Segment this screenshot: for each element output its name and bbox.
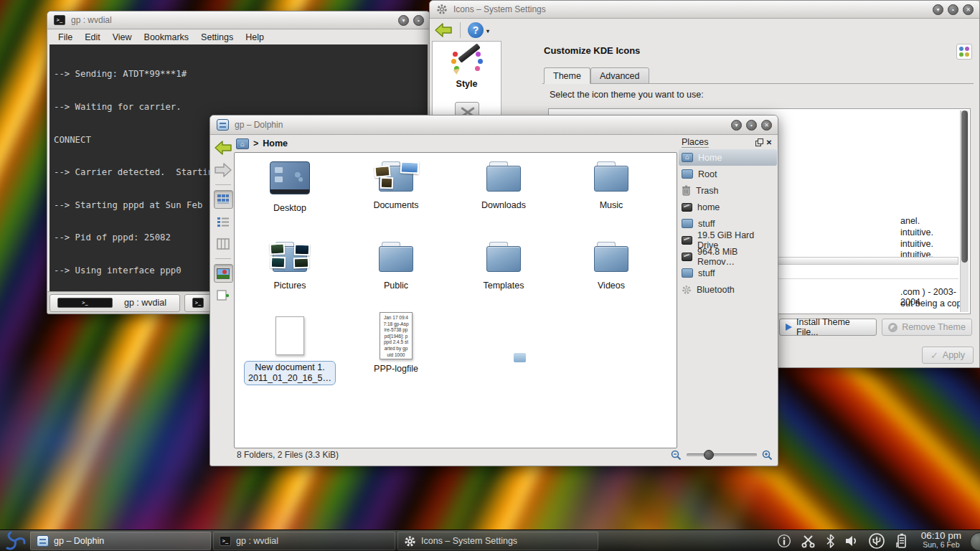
file-item-templates[interactable]: Templates [457,242,550,291]
info-icon[interactable] [777,534,791,548]
terminal-icon: >_ [57,298,113,308]
float-panel-icon[interactable] [754,137,764,147]
menu-edit[interactable]: Edit [85,32,100,42]
file-label: Downloads [481,200,526,210]
sidebar-item-style[interactable]: Style [433,42,501,89]
klipper-scissors-icon[interactable] [801,534,816,548]
clock[interactable]: 06:10 pm Sun, 6 Feb [921,531,961,550]
drag-ghost-artifact [514,353,526,362]
dolphin-toolbar [212,136,234,463]
back-button[interactable] [434,22,453,38]
help-glyph: ? [473,24,479,36]
forward-button[interactable] [214,161,233,179]
no-entry-icon [888,323,897,332]
menu-settings[interactable]: Settings [201,32,233,42]
scrollbar-thumb[interactable] [961,110,968,263]
zoom-out-icon[interactable] [671,450,682,461]
install-arrow-icon [786,324,792,331]
terminal-tab-label: gp : wvdial [118,298,172,308]
file-item-documents[interactable]: Documents [349,161,443,210]
sidebar-item-label: Style [456,79,478,89]
remove-theme-label: Remove Theme [902,322,966,332]
preview-button[interactable] [214,264,233,283]
file-label: Desktop [273,203,306,213]
file-label: Music [600,200,623,210]
file-item-downloads[interactable]: Downloads [457,161,550,210]
theme-list-fragment: anel. [900,216,920,226]
zoom-slider-knob[interactable] [704,450,714,460]
settings-toolbar: ? ▾ [430,19,979,41]
breadcrumb-home[interactable]: Home [263,138,288,149]
dolphin-titlebar[interactable]: gp – Dolphin [210,116,778,135]
minimize-button[interactable]: ▾ [731,120,742,131]
minimize-button[interactable]: ▾ [933,4,943,15]
task-system-settings[interactable]: Icons – System Settings [397,532,598,550]
scrollbar[interactable] [960,110,969,312]
remove-theme-button[interactable]: Remove Theme [882,319,972,336]
apply-label: Apply [943,350,965,360]
tab-advanced[interactable]: Advanced [590,67,649,84]
tab-theme[interactable]: Theme [544,67,590,84]
help-button[interactable]: ? ▾ [468,22,484,38]
usb-device-icon[interactable] [868,532,885,550]
close-button[interactable]: ✕ [963,4,974,15]
dolphin-file-view[interactable]: Desktop Documents Downloads Music [234,152,677,448]
menu-help[interactable]: Help [245,32,264,42]
file-item-desktop[interactable]: Desktop [243,161,336,213]
zoom-slider[interactable] [687,453,757,456]
details-view-button[interactable] [214,212,233,231]
place-bluetooth[interactable]: Bluetooth [679,281,777,298]
columns-view-button[interactable] [214,235,233,253]
close-panel-icon[interactable]: ✕ [764,137,774,147]
file-item-pictures[interactable]: Pictures [243,242,336,291]
home-folder-icon[interactable]: ⌂ [236,138,249,149]
install-theme-button[interactable]: Install Theme File... [779,319,877,336]
file-item-music[interactable]: Music [565,161,658,210]
apply-button[interactable]: ✓ Apply [922,347,974,364]
toolbar-separator [215,184,231,185]
term-line: --> Waiting for carrier. [54,102,428,113]
split-view-button[interactable] [214,286,233,305]
menu-view[interactable]: View [113,32,132,42]
zoom-in-icon[interactable] [762,450,773,461]
task-wvdial[interactable]: >_ gp : wvdial [213,532,395,550]
breadcrumb: ⌂ > Home [236,135,288,152]
file-item-public[interactable]: Public [349,242,443,291]
place-removable[interactable]: 964.8 MiB Remov… [679,248,777,265]
terminal-tab-2[interactable]: >_ [184,294,212,312]
place-stuff-2[interactable]: stuff [679,265,777,281]
terminal-icon: >_ [54,15,65,25]
file-item-new-document[interactable]: New document 1. 2011_01_20_16_5… [243,316,336,385]
back-button[interactable] [214,138,233,157]
desktop: >_ gp : wvdial ▾ • File Edit View Bookma… [0,0,980,551]
settings-titlebar[interactable]: Icons – System Settings [430,1,979,19]
file-label: Documents [373,200,418,210]
terminal-tab-active[interactable]: >_ gp : wvdial [50,294,180,312]
maximize-button[interactable]: • [413,15,424,26]
panel-cashew-icon[interactable] [970,532,980,551]
volume-icon[interactable] [844,534,859,547]
minimize-button[interactable]: ▾ [398,15,409,26]
app-launcher-button[interactable] [2,531,28,551]
file-item-videos[interactable]: Videos [565,242,658,291]
maximize-button[interactable]: • [746,120,757,131]
clock-time: 06:10 pm [921,531,961,540]
maximize-button[interactable]: • [948,4,958,15]
close-button[interactable]: ✕ [761,120,772,131]
icons-view-button[interactable] [214,190,233,209]
selected-file-label: New document 1. 2011_01_20_16_5… [244,361,336,385]
task-dolphin[interactable]: gp – Dolphin [30,532,211,550]
terminal-titlebar[interactable]: >_ gp : wvdial [47,11,430,29]
install-theme-label: Install Theme File... [796,317,870,337]
file-label: Public [384,281,408,291]
menu-file[interactable]: File [58,32,72,42]
place-root[interactable]: Root [679,166,777,182]
place-home[interactable]: Home [679,149,777,166]
place-trash[interactable]: Trash [679,182,777,199]
place-home-drive[interactable]: home [679,199,777,215]
battery-icon[interactable] [895,533,908,549]
menu-bookmarks[interactable]: Bookmarks [144,32,189,42]
settings-tabs: Theme Advanced [544,67,649,84]
file-item-ppp-logfile[interactable]: Jan 17 09:4 7:18 gp-Asp ire-5738 pp pd[1… [349,312,443,374]
bluetooth-icon[interactable] [826,534,835,548]
